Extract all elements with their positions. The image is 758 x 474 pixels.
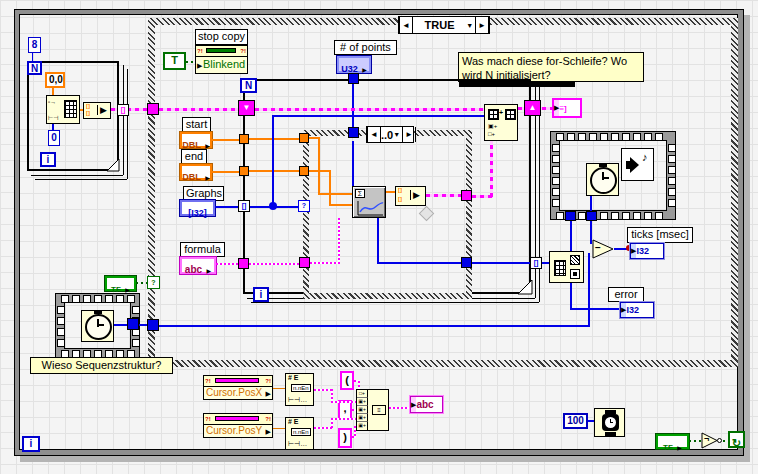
wire-start-inner[interactable] bbox=[318, 137, 320, 194]
tunnel-seq-tick1[interactable] bbox=[565, 211, 576, 221]
wire-posx[interactable] bbox=[273, 388, 285, 389]
case-prev-arrow[interactable]: ◄ bbox=[399, 17, 413, 33]
property-name[interactable]: Cursor.PosX bbox=[206, 387, 262, 398]
wire-points-inner[interactable] bbox=[352, 141, 354, 186]
tunnel-wave-out[interactable]: [] bbox=[530, 257, 542, 269]
number-to-string-node-y[interactable]: # E n.nEn ⊢⊣… bbox=[285, 417, 314, 450]
tunnel-points[interactable] bbox=[348, 73, 359, 84]
concatenate-strings-node[interactable]: □+ ▣+ ▣+ ▣+ ▣+ ≡ bbox=[356, 389, 389, 431]
tunnel-graphs[interactable]: [] bbox=[238, 200, 250, 212]
initialize-array-node[interactable]: ▫→ ⊢⊣ bbox=[46, 95, 80, 124]
stop-control-1[interactable]: TF ▶ bbox=[105, 276, 136, 291]
tunnel-inner-array-out[interactable] bbox=[461, 190, 472, 201]
wire-graphs-branch[interactable] bbox=[272, 116, 274, 208]
build-array-main-node[interactable]: + ▣+ □+ bbox=[484, 104, 518, 141]
inner-case-selector-terminal[interactable]: ? bbox=[298, 200, 310, 212]
blinkend-property-node[interactable]: ?! ?! ▶ Blinkend bbox=[195, 45, 248, 74]
wire-end-inner[interactable] bbox=[309, 170, 331, 172]
tunnel-inner-wave-out[interactable] bbox=[461, 257, 472, 268]
number-to-string-node-x[interactable]: # E n.nEn ⊢⊣… bbox=[285, 373, 314, 406]
points-control[interactable]: U32 ▶ bbox=[337, 56, 371, 73]
string-constant-comma[interactable]: , bbox=[338, 400, 352, 420]
tunnel-end[interactable] bbox=[239, 166, 249, 176]
wire-cluster-array[interactable] bbox=[111, 108, 243, 111]
wire-formula-inner[interactable] bbox=[310, 262, 339, 264]
wire-start[interactable] bbox=[249, 138, 303, 140]
init-index-constant[interactable]: 0,0 bbox=[45, 72, 65, 88]
tick-count-node-2[interactable] bbox=[81, 310, 114, 342]
wire-wave-to-index[interactable] bbox=[472, 262, 532, 264]
init-zero-constant[interactable]: 0 bbox=[48, 130, 60, 146]
wire-posy[interactable] bbox=[273, 428, 285, 429]
cursor-posy-property-node[interactable]: ?! ?! Cursor.PosY ▶ bbox=[203, 413, 273, 438]
wire-cluster-main[interactable] bbox=[255, 108, 484, 111]
tunnel-formula[interactable] bbox=[238, 258, 249, 269]
case-selector-terminal[interactable]: ? bbox=[147, 276, 160, 289]
graphs-control[interactable]: [I32] bbox=[180, 200, 215, 216]
wire-array-out[interactable] bbox=[377, 218, 379, 264]
main-loop-iteration-terminal[interactable]: i bbox=[253, 287, 269, 302]
wire-end-inner[interactable] bbox=[329, 204, 352, 206]
tunnel-inner-points[interactable] bbox=[348, 127, 359, 138]
wire-str[interactable] bbox=[352, 436, 356, 438]
free-comment[interactable]: Was mach diese for-Schleife? Wo wird N i… bbox=[458, 52, 644, 82]
ticks-indicator[interactable]: ▶ I32 bbox=[630, 243, 664, 259]
wire-points-array[interactable] bbox=[426, 194, 462, 197]
end-control[interactable]: DBL ▶ bbox=[180, 164, 212, 180]
wire-cluster-up[interactable] bbox=[490, 140, 493, 197]
property-name[interactable]: Cursor.PosY bbox=[206, 425, 262, 436]
tunnel-inner-start[interactable] bbox=[299, 133, 309, 143]
formula-waveform-node[interactable]: Σ bbox=[352, 186, 386, 218]
wire-tick-long[interactable] bbox=[588, 253, 590, 327]
shift-register-right[interactable]: ▲ bbox=[524, 100, 541, 116]
wire-graphs[interactable] bbox=[215, 206, 239, 208]
tunnel-seq2-out[interactable] bbox=[127, 318, 139, 330]
sequence-comment[interactable]: Wieso Sequenzstruktur? bbox=[30, 357, 173, 374]
init-loop-count-terminal[interactable]: N bbox=[27, 61, 42, 75]
init-loop-count-constant[interactable]: 8 bbox=[28, 37, 41, 53]
init-loop-iteration-terminal[interactable]: i bbox=[40, 152, 56, 167]
index-array-node[interactable] bbox=[549, 251, 584, 283]
case-dropdown-icon[interactable]: ▼ bbox=[466, 22, 475, 29]
case-selector-value[interactable]: TRUE bbox=[413, 19, 466, 31]
case-selector[interactable]: ◄ TRUE ▼ ► bbox=[398, 16, 490, 34]
build-array-small-node[interactable]: [] [] ▶ bbox=[83, 102, 111, 119]
wire-formula-out[interactable] bbox=[386, 191, 395, 193]
tunnel-case-left-pink[interactable] bbox=[147, 103, 159, 115]
wire-blink-bool[interactable] bbox=[186, 61, 195, 63]
tunnel-inner-end[interactable] bbox=[299, 166, 309, 176]
wire-end-inner[interactable] bbox=[329, 170, 331, 206]
wire-junction-dot[interactable] bbox=[269, 202, 277, 210]
stop-control-2[interactable]: TF ▶ bbox=[656, 434, 689, 449]
wait-ms-constant[interactable]: 100 bbox=[563, 413, 588, 429]
start-control[interactable]: DBL ▶ bbox=[180, 132, 212, 148]
string-constant-open[interactable]: ( bbox=[340, 371, 354, 390]
inner-case-selector-value[interactable]: ..0 bbox=[381, 129, 393, 141]
inner-case-selector[interactable]: ◄ ..0 ▼ ► bbox=[366, 126, 414, 143]
shift-register-left[interactable]: ▼ bbox=[238, 100, 255, 116]
wire-start-inner[interactable] bbox=[318, 193, 352, 195]
tunnel-start[interactable] bbox=[239, 134, 249, 144]
tunnel-array-out[interactable]: [] bbox=[117, 104, 129, 116]
inner-case-next-arrow[interactable]: ► bbox=[402, 127, 416, 142]
wire-formula-string[interactable] bbox=[249, 263, 301, 265]
wire-str[interactable] bbox=[331, 401, 357, 403]
inner-case-dropdown-icon[interactable]: ▼ bbox=[393, 131, 402, 138]
wire-str[interactable] bbox=[314, 427, 332, 429]
string-constant-close[interactable]: ) bbox=[338, 428, 352, 448]
wire-concat-out[interactable] bbox=[389, 407, 411, 409]
tunnel-seq-tick2[interactable] bbox=[586, 211, 597, 221]
beep-node[interactable]: ♪ bbox=[621, 148, 654, 181]
case-next-arrow[interactable]: ► bbox=[475, 17, 489, 33]
wire-graphs-branch[interactable] bbox=[272, 115, 484, 117]
loop-condition-terminal[interactable]: ↻ bbox=[728, 431, 745, 448]
wire-tick-long[interactable] bbox=[159, 325, 590, 327]
property-name[interactable]: Blinkend bbox=[203, 58, 245, 70]
cursor-posx-property-node[interactable]: ?! ?! Cursor.PosX ▶ bbox=[203, 375, 273, 400]
wire-end[interactable] bbox=[249, 170, 303, 172]
main-loop-count-terminal[interactable]: N bbox=[240, 78, 257, 93]
tick-count-node[interactable] bbox=[586, 163, 619, 196]
wire-array-out[interactable] bbox=[377, 262, 463, 264]
wire-formula-inner[interactable] bbox=[338, 218, 340, 264]
waveform-array-indicator[interactable]: ▶ ≡] bbox=[552, 98, 582, 118]
